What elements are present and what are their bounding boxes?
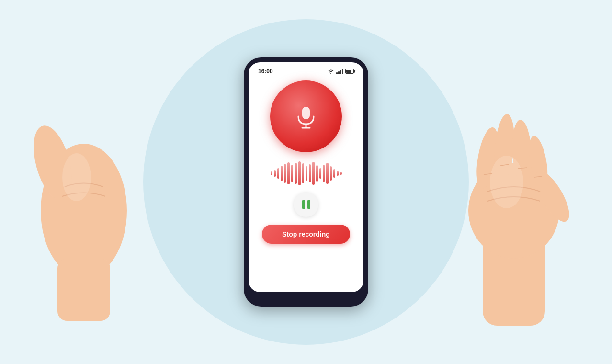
- status-icons: [328, 68, 354, 74]
- wifi-icon: [328, 69, 334, 74]
- audio-waveform: [254, 160, 358, 186]
- left-hand-illustration: [29, 43, 139, 321]
- pause-button[interactable]: [294, 192, 318, 217]
- mic-record-button[interactable]: [270, 80, 342, 152]
- phone-body: 16:00: [244, 57, 368, 307]
- svg-rect-2: [57, 259, 110, 321]
- status-bar: 16:00: [254, 66, 358, 77]
- scene-container: 16:00: [0, 0, 612, 364]
- svg-point-14: [490, 156, 523, 208]
- stop-recording-button[interactable]: Stop recording: [262, 225, 350, 244]
- battery-icon: [345, 69, 354, 74]
- status-time: 16:00: [258, 68, 273, 75]
- phone-screen: 16:00: [249, 62, 363, 292]
- svg-point-3: [62, 153, 91, 201]
- signal-bars-icon: [336, 68, 343, 74]
- svg-rect-4: [302, 107, 310, 119]
- right-hand-illustration: [449, 29, 574, 326]
- pause-icon: [302, 200, 310, 209]
- microphone-icon: [292, 102, 320, 131]
